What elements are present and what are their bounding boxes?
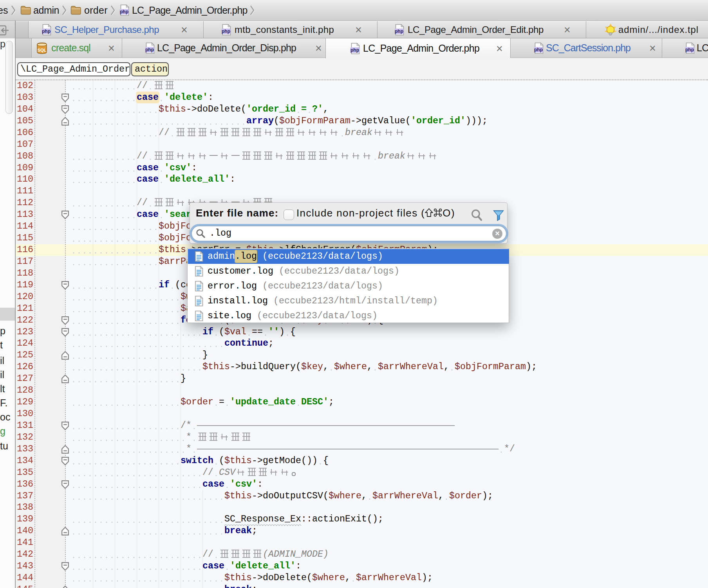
svg-text:php: php [350,47,359,53]
